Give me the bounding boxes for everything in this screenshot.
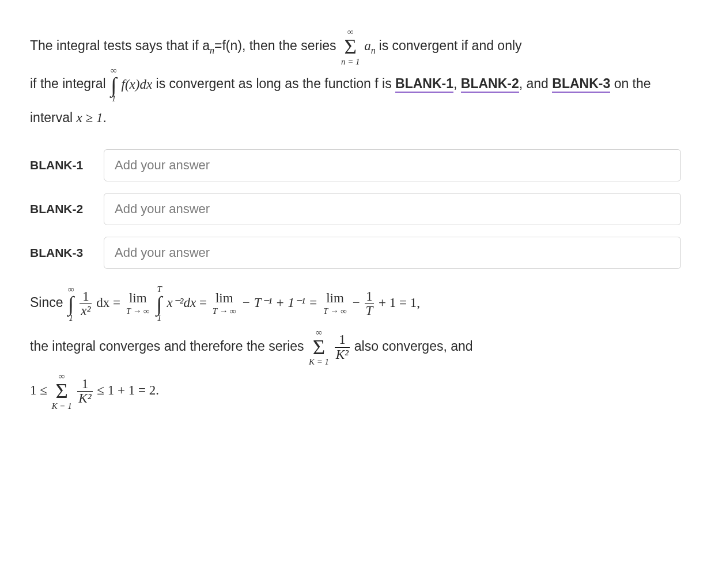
sigma-icon: Σ [345,36,357,58]
integral-symbol: T ∫ 1 [157,285,162,323]
interval-expr: x ≥ 1 [77,111,103,125]
limit: lim T → ∞ [126,291,150,316]
numerator: 1 [366,290,373,304]
tail-expr: + 1 = 1, [379,295,420,310]
text-fragment: The integral tests says that if a [30,38,210,53]
sum-term: an [364,39,376,53]
math-inline: n [210,39,214,53]
text-fragment: is convergent as long as the function f … [156,76,396,91]
sigma-icon: Σ [55,381,67,402]
lim-label: lim [326,291,344,305]
int-lower: 1 [157,314,161,323]
blank-row-3: BLANK-3 [30,237,681,269]
text-fragment: =f(n), then the series [214,38,340,53]
summation-symbol: ∞ Σ n = 1 [341,28,360,66]
blank-row-2: BLANK-2 [30,193,681,225]
blank-2-label: BLANK-2 [30,196,93,222]
integrand: f(x)dx [122,70,153,100]
text-fragment: is convergent if and only [379,38,522,53]
subscript: n [210,45,214,55]
denominator: x² [80,304,92,318]
integral-symbol: ∞ ∫ 1 [68,285,74,323]
blank-3-label: BLANK-3 [30,240,93,266]
integral-icon: ∫ [68,294,74,315]
question-body: The integral tests says that if an=f(n),… [30,28,681,133]
blank-ref-2: BLANK-2 [461,76,519,93]
int-lower: 1 [69,314,73,323]
term-base: a [364,39,371,53]
text-fragment: also converges, and [354,338,473,353]
solution-block: Since ∞ ∫ 1 1 x² dx = lim T → ∞ T ∫ 1 x⁻… [30,285,681,411]
bound-left: 1 ≤ [30,383,51,397]
separator: , and [519,76,553,91]
numerator: 1 [82,377,89,391]
limit: lim T → ∞ [323,291,347,316]
series-expr: ∞ Σ K = 1 1 K² [308,339,354,353]
blank-1-input[interactable] [104,149,681,181]
fraction: 1 K² [335,333,350,361]
numerator: 1 [82,290,89,304]
fraction: 1 x² [80,290,92,318]
denominator: K² [77,391,92,405]
sum-lower: K = 1 [52,402,72,411]
blank-ref-1: BLANK-1 [395,76,453,93]
period: . [103,110,106,125]
text-fragment: the integral converges and therefore the… [30,338,308,353]
summation-symbol: ∞ Σ K = 1 [52,372,72,411]
equals: = [199,295,210,310]
blanks-group: BLANK-1 BLANK-2 BLANK-3 [30,149,681,269]
numerator: 1 [339,333,346,347]
since-label: Since [30,295,67,310]
integral-icon: ∫ [157,294,162,315]
denominator: K² [335,347,350,362]
solution-line-3: 1 ≤ ∞ Σ K = 1 1 K² ≤ 1 + 1 = 2. [30,372,681,411]
integral-expression: ∞ ∫ 1 f(x)dx [109,66,152,104]
separator: , [453,76,461,91]
bound-expr: 1 ≤ ∞ Σ K = 1 1 K² ≤ 1 + 1 = 2. [30,383,159,397]
sum-expression: ∞ Σ n = 1 an [340,39,379,53]
summation-symbol: ∞ Σ K = 1 [309,328,329,367]
integral-icon: ∫ [111,75,116,96]
fraction: 1 K² [77,377,92,405]
blank-row-1: BLANK-1 [30,149,681,181]
fraction: 1 T [365,290,375,318]
lim-sub: T → ∞ [126,307,150,316]
term-sub: n [371,45,376,55]
derivation-expr: ∞ ∫ 1 1 x² dx = lim T → ∞ T ∫ 1 x⁻²dx = … [67,295,420,310]
lim-sub: T → ∞ [323,307,347,316]
minus: − [353,295,364,310]
sigma-icon: Σ [313,337,325,358]
lim-label: lim [129,291,147,305]
sum-lower: K = 1 [309,358,329,366]
dx-equals: dx = [96,295,123,310]
lim-label: lim [215,291,233,305]
bound-right: ≤ 1 + 1 = 2. [97,383,159,397]
int-lower: 1 [112,94,116,103]
blank-2-input[interactable] [104,193,681,225]
blank-3-input[interactable] [104,237,681,269]
integral-symbol: ∞ ∫ 1 [111,66,117,104]
limit: lim T → ∞ [213,291,236,316]
solution-line-2: the integral converges and therefore the… [30,328,681,367]
text-fragment: if the integral [30,76,109,91]
blank-ref-3: BLANK-3 [552,76,610,93]
solution-line-1: Since ∞ ∫ 1 1 x² dx = lim T → ∞ T ∫ 1 x⁻… [30,285,681,323]
mid-expr: − T⁻¹ + 1⁻¹ = [242,295,321,310]
integrand: x⁻²dx [167,295,196,310]
denominator: T [365,304,375,318]
lim-sub: T → ∞ [213,307,236,316]
sum-lower: n = 1 [341,58,360,66]
blank-1-label: BLANK-1 [30,152,93,179]
